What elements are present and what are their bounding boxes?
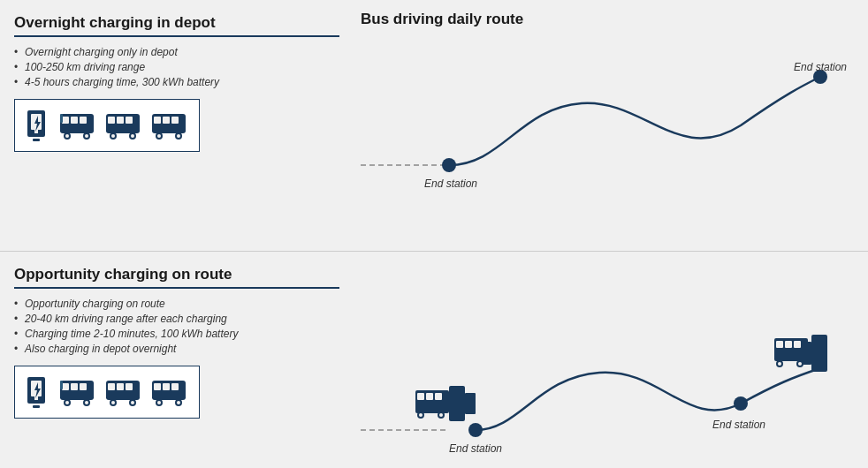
svg-rect-16 (108, 117, 115, 124)
svg-point-30 (157, 134, 161, 138)
top-left-panel: Overnight charging in depot Overnight ch… (0, 0, 354, 251)
svg-rect-52 (60, 381, 63, 389)
svg-rect-87 (776, 341, 783, 348)
svg-rect-77 (435, 393, 442, 400)
svg-rect-9 (60, 127, 94, 132)
bottom-depot-icons-box (14, 366, 200, 419)
svg-rect-75 (417, 393, 424, 400)
svg-rect-45 (71, 383, 78, 390)
svg-rect-64 (163, 383, 170, 390)
svg-rect-72 (449, 386, 465, 421)
svg-point-23 (131, 134, 134, 138)
bullet-opp-1: Opportunity charging on route (14, 298, 339, 310)
svg-rect-66 (152, 394, 186, 398)
svg-rect-8 (80, 117, 87, 124)
svg-rect-56 (126, 383, 133, 390)
svg-point-70 (177, 401, 180, 404)
svg-rect-7 (71, 117, 78, 124)
bus-icon-1 (59, 110, 96, 140)
svg-rect-17 (117, 117, 124, 124)
top-route-diagram: End station End station (361, 37, 856, 240)
svg-point-79 (419, 413, 423, 417)
top-left-bullets: Overnight charging only in depot 100-250… (14, 46, 339, 88)
svg-point-51 (85, 401, 88, 404)
bus-icon-2 (105, 110, 142, 140)
bottom-left-title: Opportunity charging on route (14, 266, 339, 289)
svg-point-93 (798, 362, 802, 366)
svg-point-81 (439, 413, 443, 417)
svg-point-59 (111, 401, 115, 404)
svg-rect-76 (426, 393, 433, 400)
svg-rect-89 (794, 341, 801, 348)
svg-rect-25 (154, 117, 161, 124)
bullet-opp-3: Charging time 2-10 minutes, 100 kWh batt… (14, 328, 339, 340)
svg-rect-14 (60, 114, 63, 123)
svg-point-91 (778, 362, 781, 366)
svg-rect-3 (33, 139, 40, 141)
bullet-opp-4: Also charging in depot overnight (14, 343, 339, 355)
svg-rect-40 (34, 396, 38, 400)
bullet-3: 4-5 hours charging time, 300 kWh battery (14, 76, 339, 88)
bottom-bus-icon-1 (59, 377, 96, 407)
svg-rect-55 (117, 383, 124, 390)
svg-rect-6 (62, 117, 69, 124)
svg-rect-65 (171, 383, 179, 390)
top-right-title: Bus driving daily route (361, 11, 861, 28)
svg-rect-41 (33, 405, 40, 408)
svg-rect-18 (126, 117, 133, 124)
bus-icon-3 (151, 110, 188, 140)
top-left-title: Overnight charging in depot (14, 14, 339, 37)
svg-point-13 (85, 134, 88, 138)
top-right-panel: Bus driving daily route End station End … (354, 0, 868, 251)
bottom-bus-icon-3 (151, 377, 188, 407)
svg-point-61 (131, 401, 134, 404)
svg-point-21 (111, 134, 115, 138)
svg-text:End station: End station (424, 177, 477, 190)
charger-icon (26, 107, 50, 144)
svg-rect-57 (106, 394, 140, 398)
svg-rect-84 (811, 335, 827, 372)
bullet-2: 100-250 km driving range (14, 61, 339, 73)
svg-rect-88 (785, 341, 792, 348)
bottom-route-diagram: End station End station (361, 289, 856, 468)
bullet-opp-2: 20-40 km driving range after each chargi… (14, 313, 339, 325)
svg-rect-27 (171, 117, 179, 124)
depot-icons-box (14, 99, 200, 152)
bottom-right-panel: End station End station (354, 251, 868, 468)
svg-rect-26 (163, 117, 170, 124)
bottom-bus-icon-2 (105, 377, 142, 407)
svg-rect-54 (108, 383, 115, 390)
svg-text:End station: End station (712, 419, 765, 431)
bottom-left-panel: Opportunity charging on route Opportunit… (0, 251, 354, 468)
svg-point-83 (734, 396, 748, 411)
bottom-charger-icon (26, 374, 50, 411)
svg-text:End station: End station (794, 61, 847, 73)
svg-rect-47 (60, 394, 94, 398)
bullet-1: Overnight charging only in depot (14, 46, 339, 58)
main-container: Overnight charging in depot Overnight ch… (0, 0, 868, 468)
svg-rect-73 (465, 393, 476, 414)
svg-text:End station: End station (449, 442, 502, 455)
svg-rect-44 (62, 383, 69, 390)
svg-rect-19 (106, 127, 140, 132)
svg-point-32 (177, 134, 180, 138)
svg-rect-2 (34, 130, 38, 133)
svg-point-11 (65, 134, 69, 138)
svg-rect-63 (154, 383, 161, 390)
bottom-left-bullets: Opportunity charging on route 20-40 km d… (14, 298, 339, 355)
svg-rect-46 (80, 383, 87, 390)
svg-point-49 (65, 401, 69, 404)
svg-rect-28 (152, 127, 186, 132)
svg-point-68 (157, 401, 161, 404)
